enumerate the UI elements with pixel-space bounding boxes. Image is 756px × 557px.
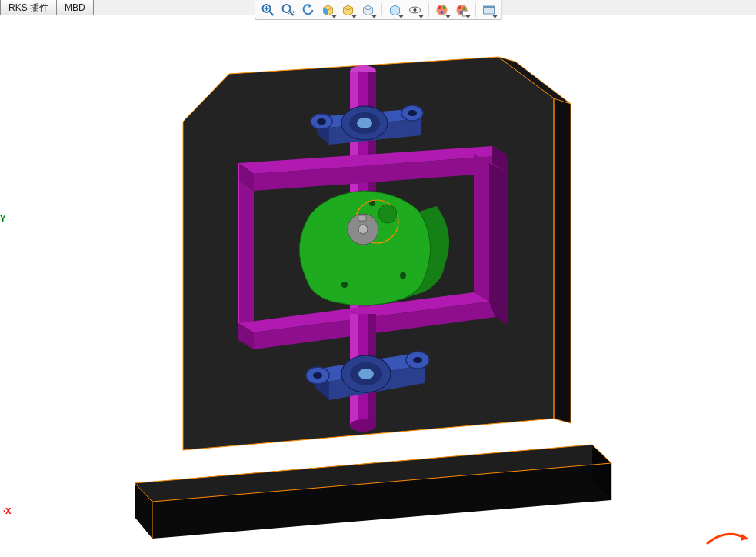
graphics-viewport[interactable]: Y ·X [0,15,756,557]
model-bearing-bottom-boss [341,355,391,392]
zoom-area-icon[interactable] [279,2,296,18]
svg-point-9 [442,6,445,9]
svg-point-8 [438,6,441,9]
svg-point-31 [317,118,326,125]
hide-show-icon[interactable] [386,2,403,18]
model-render [0,15,756,557]
svg-rect-43 [368,314,376,360]
headsup-toolbar [254,0,502,20]
command-tab-bar: RKS 插件 MBD [0,0,94,15]
apply-scene-icon[interactable] [433,2,450,18]
section-view-icon[interactable] [319,2,336,18]
svg-point-46 [358,369,374,379]
tab-mbd[interactable]: MBD [57,0,94,15]
toolbar-separator [381,3,381,17]
svg-point-6 [413,8,416,12]
svg-point-32 [408,110,417,116]
svg-point-36 [313,372,322,379]
svg-point-37 [413,357,422,363]
svg-point-27 [378,205,397,223]
svg-point-10 [440,11,443,14]
view-settings-icon[interactable] [453,2,470,18]
svg-rect-30 [358,215,366,221]
svg-point-13 [462,7,465,10]
toolbar-separator [428,3,428,17]
svg-point-23 [341,282,348,288]
svg-point-14 [459,11,462,14]
svg-point-35 [357,118,372,128]
svg-point-24 [400,272,406,278]
tab-plugin[interactable]: RKS 插件 [0,0,57,15]
view-orientation-icon[interactable] [339,2,356,18]
svg-line-3 [289,12,293,15]
toolbar-separator [475,3,475,17]
display-pane-icon[interactable] [480,2,497,18]
model-rod-front-seg [350,314,376,360]
svg-rect-17 [483,6,494,8]
model-base [135,445,611,539]
display-style-icon[interactable] [359,2,376,18]
svg-point-29 [358,225,368,234]
svg-rect-42 [350,314,358,360]
previous-view-icon[interactable] [299,2,316,18]
rotate-gizmo-icon [704,528,750,551]
svg-line-1 [269,12,273,15]
zoom-fit-icon[interactable] [259,2,276,18]
svg-point-12 [458,6,461,9]
svg-point-22 [350,419,376,432]
edit-appearance-icon[interactable] [406,2,423,18]
